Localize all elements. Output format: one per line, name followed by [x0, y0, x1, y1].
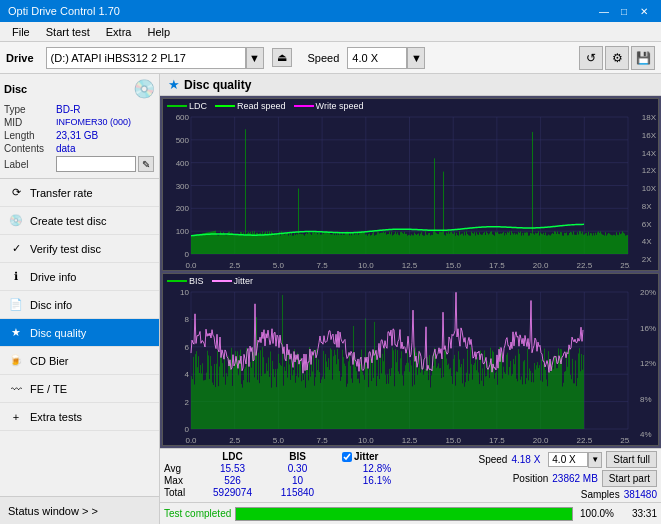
nav-disc-quality[interactable]: ★ Disc quality — [0, 319, 159, 347]
y-label-16x: 16X — [642, 131, 656, 140]
transfer-rate-icon: ⟳ — [8, 185, 24, 201]
disc-header-label: Disc — [4, 83, 27, 95]
progress-time: 33:31 — [621, 508, 657, 519]
nav-verify-test-disc[interactable]: ✓ Verify test disc — [0, 235, 159, 263]
avg-label: Avg — [164, 463, 200, 474]
speed-dropdown-icon[interactable]: ▼ — [588, 452, 602, 468]
mid-value: INFOMER30 (000) — [56, 117, 155, 128]
write-speed-label: Write speed — [316, 101, 364, 111]
verify-test-disc-icon: ✓ — [8, 241, 24, 257]
total-bis: 115840 — [265, 487, 330, 498]
menubar: File Start test Extra Help — [0, 22, 661, 42]
nav-drive-info[interactable]: ℹ Drive info — [0, 263, 159, 291]
stats-total-row: Total 5929074 115840 — [164, 487, 474, 498]
settings-icon[interactable]: ⚙ — [605, 46, 629, 70]
bis-label: BIS — [189, 276, 204, 286]
status-window[interactable]: Status window > > — [0, 496, 159, 524]
header-bis: BIS — [265, 451, 330, 462]
write-speed-color — [294, 105, 314, 107]
nav-extra-tests-label: Extra tests — [30, 411, 82, 423]
drivebar: Drive (D:) ATAPI iHBS312 2 PL17 ▼ ⏏ Spee… — [0, 42, 661, 74]
chart1-container: LDC Read speed Write speed 18X 16X — [162, 98, 659, 271]
drive-dropdown-arrow[interactable]: ▼ — [246, 47, 264, 69]
start-part-button[interactable]: Start part — [602, 470, 657, 487]
eject-button[interactable]: ⏏ — [272, 48, 292, 67]
close-button[interactable]: ✕ — [635, 3, 653, 19]
nav-disc-info[interactable]: 📄 Disc info — [0, 291, 159, 319]
y-label-8pct: 8% — [640, 395, 656, 404]
main-content: Disc 💿 Type BD-R MID INFOMER30 (000) Len… — [0, 74, 661, 524]
nav-cd-bier-label: CD Bier — [30, 355, 69, 367]
y-label-12pct: 12% — [640, 359, 656, 368]
nav-fe-te-label: FE / TE — [30, 383, 67, 395]
position-row: Position 23862 MB Start part — [478, 470, 657, 487]
samples-label: Samples — [581, 489, 620, 500]
menu-extra[interactable]: Extra — [98, 24, 140, 40]
speed-setting-control: 4.0 X ▼ — [548, 452, 602, 468]
read-speed-color — [215, 105, 235, 107]
jitter-color — [212, 280, 232, 282]
jitter-checkbox[interactable] — [342, 452, 352, 462]
total-ldc: 5929074 — [200, 487, 265, 498]
y-label-2x: 2X — [642, 255, 656, 264]
y-label-4pct: 4% — [640, 430, 656, 439]
position-val: 23862 MB — [552, 473, 598, 484]
nav-cd-bier[interactable]: 🍺 CD Bier — [0, 347, 159, 375]
test-completed-label: Test completed — [164, 508, 231, 519]
chart1-y-labels-right: 18X 16X 14X 12X 10X 8X 6X 4X 2X — [642, 113, 656, 264]
nav-disc-quality-label: Disc quality — [30, 327, 86, 339]
refresh-icon[interactable]: ↺ — [579, 46, 603, 70]
samples-row: Samples 381480 — [478, 489, 657, 500]
read-speed-label: Read speed — [237, 101, 286, 111]
speed-val: 4.18 X — [511, 454, 540, 465]
speed-dropdown-arrow[interactable]: ▼ — [407, 47, 425, 69]
max-ldc: 526 — [200, 475, 265, 486]
nav-extra-tests[interactable]: + Extra tests — [0, 403, 159, 431]
menu-file[interactable]: File — [4, 24, 38, 40]
header-sep — [330, 451, 342, 462]
avg-jitter: 12.8% — [342, 463, 412, 474]
length-label: Length — [4, 130, 56, 141]
maximize-button[interactable]: □ — [615, 3, 633, 19]
start-full-button[interactable]: Start full — [606, 451, 657, 468]
avg-sep — [330, 463, 342, 474]
chart1-canvas — [163, 99, 630, 270]
toolbar-icons: ↺ ⚙ 💾 — [579, 46, 655, 70]
minimize-button[interactable]: — — [595, 3, 613, 19]
left-panel: Disc 💿 Type BD-R MID INFOMER30 (000) Len… — [0, 74, 160, 524]
disc-icon: 💿 — [133, 78, 155, 100]
stats-avg-row: Avg 15.53 0.30 12.8% — [164, 463, 474, 474]
stats-max-row: Max 526 10 16.1% — [164, 475, 474, 486]
nav-fe-te[interactable]: 〰 FE / TE — [0, 375, 159, 403]
max-jitter: 16.1% — [342, 475, 412, 486]
avg-bis: 0.30 — [265, 463, 330, 474]
nav-drive-info-label: Drive info — [30, 271, 76, 283]
speed-setting-value[interactable]: 4.0 X — [548, 452, 588, 467]
chart2-container: BIS Jitter 20% 16% 12% 8% 4% — [162, 273, 659, 446]
cd-bier-icon: 🍺 — [8, 353, 24, 369]
y-label-20pct: 20% — [640, 288, 656, 297]
nav-create-test-disc-label: Create test disc — [30, 215, 106, 227]
nav-create-test-disc[interactable]: 💿 Create test disc — [0, 207, 159, 235]
header-jitter-cell: Jitter — [342, 451, 412, 462]
y-label-12x: 12X — [642, 166, 656, 175]
stats-main-row: LDC BIS Jitter Avg 15.53 0.30 — [164, 451, 657, 500]
save-icon[interactable]: 💾 — [631, 46, 655, 70]
extra-tests-icon: + — [8, 409, 24, 425]
header-empty — [164, 451, 200, 462]
label-edit-button[interactable]: ✎ — [138, 156, 154, 172]
speed-select[interactable]: 4.0 X — [347, 47, 407, 69]
menu-help[interactable]: Help — [139, 24, 178, 40]
y-label-16pct: 16% — [640, 324, 656, 333]
bis-color — [167, 280, 187, 282]
menu-start-test[interactable]: Start test — [38, 24, 98, 40]
total-label: Total — [164, 487, 200, 498]
drive-select[interactable]: (D:) ATAPI iHBS312 2 PL17 — [46, 47, 246, 69]
label-input[interactable] — [56, 156, 136, 172]
label-label: Label — [4, 159, 56, 170]
type-label: Type — [4, 104, 56, 115]
total-sep — [330, 487, 342, 498]
disc-quality-header-icon: ★ — [168, 77, 180, 92]
nav-transfer-rate[interactable]: ⟳ Transfer rate — [0, 179, 159, 207]
legend-jitter: Jitter — [212, 276, 254, 286]
